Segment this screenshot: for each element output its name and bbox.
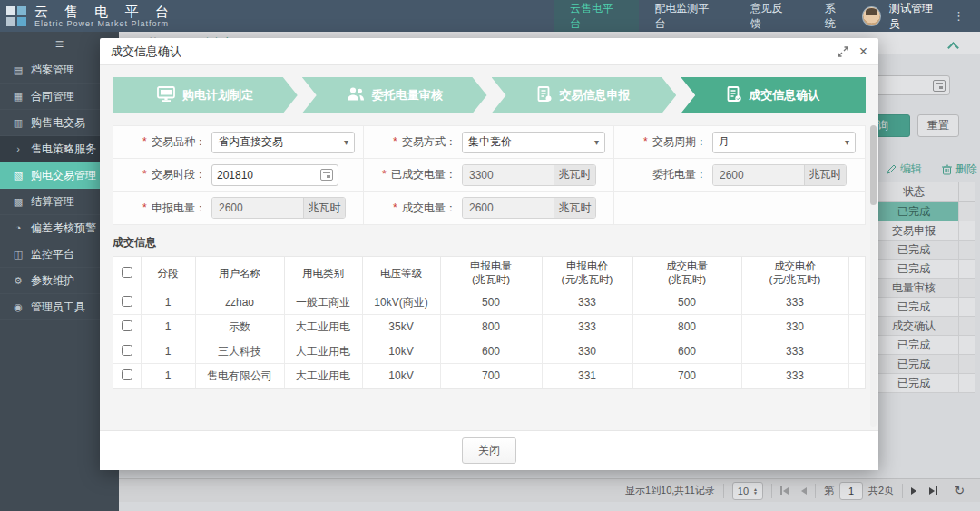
topnav-item[interactable]: 配电监测平台: [639, 0, 734, 32]
top-nav: 云售电平台配电监测平台意见反馈系统: [554, 0, 862, 32]
table-cell: 一般工商业: [284, 290, 362, 315]
user-block: 测试管理员 ⋮: [862, 1, 980, 32]
form-readonly-input: 2600兆瓦时: [712, 164, 847, 186]
row-checkbox[interactable]: [122, 345, 132, 356]
column-header: 成交电价 (元/兆瓦时): [741, 257, 848, 290]
unit-addon: 兆瓦时: [804, 165, 846, 185]
topnav-item[interactable]: 系统: [808, 0, 862, 32]
deal-table: 分段用户名称用电类别电压等级申报电量 (兆瓦时)申报电价 (元/兆瓦时)成交电量…: [113, 257, 865, 388]
deal-confirm-modal: 成交信息确认 × 购电计划制定委托电量审核交易信息申报成交信息确认 * 交易品种…: [100, 38, 878, 470]
required-asterisk: *: [142, 201, 147, 214]
table-cell: 500: [632, 290, 741, 315]
table-cell: 1: [141, 290, 195, 315]
monitoring-icon: ◫: [12, 249, 24, 260]
params-icon: ⚙: [12, 275, 24, 287]
report-icon: [537, 86, 552, 104]
wizard-step[interactable]: 购电计划制定: [113, 77, 298, 113]
form-label: * 申报电量：: [113, 201, 206, 216]
table-cell: 333: [741, 290, 848, 315]
table-cell: 333: [741, 339, 848, 364]
form-field: * 交易时段：201810: [113, 159, 364, 192]
trade-icon: ▥: [12, 117, 24, 129]
table-row[interactable]: 1售电有限公司大工业用电10kV700331700333: [113, 364, 865, 388]
column-header: 申报电量 (兆瓦时): [440, 257, 542, 290]
required-asterisk: *: [393, 201, 397, 214]
wizard-step[interactable]: 委托电量审核: [302, 77, 487, 113]
form-field: * 申报电量：2600兆瓦时: [113, 192, 364, 224]
table-cell: zzhao: [195, 290, 284, 315]
settlement-icon: ▩: [12, 196, 24, 208]
topnav-item[interactable]: 云售电平台: [554, 0, 639, 32]
unit-addon: 兆瓦时: [554, 165, 595, 185]
avatar[interactable]: [862, 6, 881, 26]
modal-header: 成交信息确认 ×: [100, 38, 878, 65]
form-readonly-input: 2600兆瓦时: [462, 197, 596, 219]
column-header-empty: [848, 257, 865, 290]
table-cell: 10kV(商业): [362, 290, 440, 315]
required-asterisk: *: [142, 135, 147, 148]
table-cell: 35kV: [362, 315, 440, 339]
modal-title: 成交信息确认: [111, 44, 181, 60]
table-row[interactable]: 1示数大工业用电35kV800333800330: [113, 315, 865, 339]
form-label: 委托电量：: [614, 167, 707, 182]
table-cell: 1: [141, 339, 195, 364]
table-cell: 示数: [195, 315, 284, 339]
column-header: 用电类别: [284, 257, 362, 290]
form-label: * 交易时段：: [113, 167, 206, 182]
form-label: * 交易品种：: [113, 134, 206, 150]
calendar-icon: [320, 169, 333, 181]
table-cell: 1: [141, 315, 195, 339]
app-logo: 云 售 电 平 台 Eletric Power Market Platform: [0, 5, 254, 28]
required-asterisk: *: [643, 135, 648, 148]
close-icon[interactable]: ×: [859, 45, 867, 58]
user-name: 测试管理员: [889, 1, 942, 32]
close-button[interactable]: 关闭: [462, 437, 516, 464]
table-cell: 1: [141, 364, 195, 388]
wizard-step[interactable]: 成交信息确认: [681, 77, 866, 113]
column-header: 用户名称: [195, 257, 284, 290]
table-cell: 333: [542, 315, 632, 339]
table-cell: 800: [632, 315, 741, 339]
chevron-right-icon: ›: [12, 143, 24, 154]
table-cell: 330: [542, 339, 632, 364]
topnav-item[interactable]: 意见反馈: [734, 0, 808, 32]
caret-down-icon: ▾: [594, 137, 599, 147]
table-cell: 售电有限公司: [195, 364, 284, 388]
form-select[interactable]: 集中竞价▾: [462, 132, 605, 153]
required-asterisk: *: [393, 135, 397, 148]
table-cell: 700: [440, 364, 542, 388]
table-cell: 大工业用电: [284, 315, 362, 339]
select-all-checkbox[interactable]: [122, 267, 132, 278]
logo-grid-icon: [6, 6, 26, 26]
table-row[interactable]: 1三大科技大工业用电10kV600330600333: [113, 339, 865, 364]
wizard-step[interactable]: 交易信息申报: [492, 77, 677, 113]
column-header: 成交电量 (兆瓦时): [632, 257, 741, 290]
form-select[interactable]: 省内直接交易▾: [211, 132, 355, 153]
table-cell: 三大科技: [195, 339, 284, 364]
row-checkbox[interactable]: [122, 369, 132, 380]
table-header-row: 分段用户名称用电类别电压等级申报电量 (兆瓦时)申报电价 (元/兆瓦时)成交电量…: [113, 257, 865, 290]
caret-down-icon: ▾: [845, 137, 849, 147]
table-cell: 333: [741, 364, 848, 388]
form-field: * 成交电量：2600兆瓦时: [364, 192, 614, 224]
table-cell: 大工业用电: [284, 364, 362, 388]
form-field: * 交易方式：集中竞价▾: [364, 126, 614, 159]
expand-icon[interactable]: [838, 46, 848, 57]
row-checkbox[interactable]: [122, 320, 132, 331]
modal-body: 购电计划制定委托电量审核交易信息申报成交信息确认 * 交易品种：省内直接交易▾*…: [100, 65, 878, 430]
form-field: * 交易周期：月▾: [614, 126, 865, 159]
users-icon: [347, 86, 365, 104]
form-select[interactable]: 月▾: [712, 132, 856, 153]
scrollbar-thumb[interactable]: [870, 125, 877, 205]
row-checkbox[interactable]: [122, 296, 132, 307]
form-label: * 成交电量：: [364, 201, 456, 216]
required-asterisk: *: [382, 168, 387, 181]
vertical-dots-icon[interactable]: ⋮: [950, 9, 967, 23]
admin-icon: ◉: [12, 301, 24, 313]
form-field: * 已成交电量：3300兆瓦时: [364, 159, 614, 192]
form-date-input[interactable]: 201810: [211, 164, 338, 186]
form-label: * 交易方式：: [364, 134, 456, 150]
monitor-icon: [157, 86, 175, 104]
table-cell: 331: [542, 364, 632, 388]
table-row[interactable]: 1zzhao一般工商业10kV(商业)500333500333: [113, 290, 865, 315]
